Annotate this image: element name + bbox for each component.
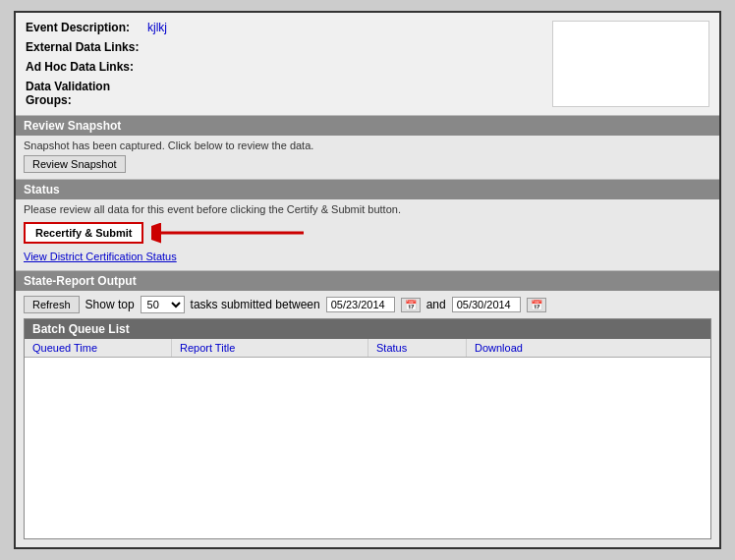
col-report-title[interactable]: Report Title — [172, 339, 368, 357]
review-snapshot-header: Review Snapshot — [16, 116, 719, 136]
batch-queue-container: Batch Queue List Queued Time Report Titl… — [24, 318, 711, 539]
date-to-input[interactable] — [452, 297, 521, 312]
event-description-row: Event Description: kjlkj — [26, 21, 542, 34]
batch-queue-columns: Queued Time Report Title Status Download — [25, 339, 710, 358]
recertify-row: Recertify & Submit — [24, 219, 711, 247]
and-label: and — [426, 298, 446, 311]
external-data-links-row: External Data Links: — [26, 40, 542, 54]
batch-queue-header: Batch Queue List — [25, 319, 710, 339]
status-section: Please review all data for this event be… — [16, 199, 719, 271]
date-from-input[interactable] — [326, 297, 395, 312]
external-data-links-label: External Data Links: — [26, 40, 143, 54]
data-validation-row: Data Validation Groups: — [26, 80, 542, 107]
status-description: Please review all data for this event be… — [24, 203, 711, 215]
data-validation-label: Data Validation Groups: — [26, 80, 143, 107]
event-info-left: Event Description: kjlkj External Data L… — [26, 21, 542, 107]
show-top-label: Show top — [85, 298, 135, 311]
arrow-icon — [151, 219, 309, 247]
ad-hoc-data-links-label: Ad Hoc Data Links: — [26, 60, 143, 74]
state-report-controls: Refresh Show top 10 25 50 100 tasks subm… — [16, 291, 719, 318]
event-info-right — [552, 21, 709, 107]
refresh-button[interactable]: Refresh — [24, 296, 80, 313]
col-status[interactable]: Status — [368, 339, 467, 357]
review-snapshot-section: Snapshot has been captured. Click below … — [16, 136, 719, 180]
event-description-value: kjlkj — [147, 21, 167, 34]
state-report-header: State-Report Output — [16, 271, 719, 291]
ad-hoc-data-links-row: Ad Hoc Data Links: — [26, 60, 542, 74]
top-select[interactable]: 10 25 50 100 — [141, 296, 185, 313]
col-queued-time[interactable]: Queued Time — [25, 339, 172, 357]
status-header: Status — [16, 180, 719, 199]
review-snapshot-button[interactable]: Review Snapshot — [24, 155, 126, 173]
col-download[interactable]: Download — [467, 339, 710, 357]
recertify-submit-button[interactable]: Recertify & Submit — [24, 222, 143, 244]
calendar-from-button[interactable]: 📅 — [401, 298, 421, 312]
calendar-to-button[interactable]: 📅 — [527, 298, 546, 312]
state-report-section: Refresh Show top 10 25 50 100 tasks subm… — [16, 291, 719, 547]
tasks-label: tasks submitted between — [191, 298, 320, 311]
main-container: Event Description: kjlkj External Data L… — [14, 11, 721, 549]
review-snapshot-description: Snapshot has been captured. Click below … — [24, 140, 711, 151]
view-district-link[interactable]: View District Certification Status — [24, 251, 711, 262]
batch-queue-body — [25, 358, 710, 538]
event-info-area: Event Description: kjlkj External Data L… — [16, 13, 719, 116]
event-description-label: Event Description: — [26, 21, 143, 34]
